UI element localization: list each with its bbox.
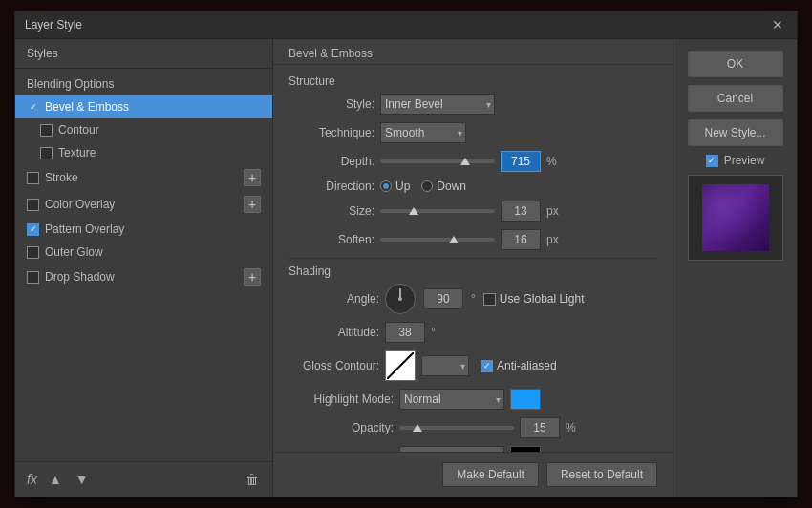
direction-down-radio[interactable] — [421, 180, 433, 192]
use-global-light-text: Use Global Light — [500, 292, 585, 306]
soften-input[interactable] — [501, 229, 541, 250]
move-up-button[interactable]: ▲ — [47, 470, 64, 489]
highlight-opacity-slider-track[interactable] — [399, 426, 514, 430]
highlight-opacity-row: Opacity: % — [288, 417, 657, 438]
direction-row: Direction: Up Down — [288, 180, 657, 193]
texture-label: Texture — [58, 146, 96, 159]
bottom-buttons: Make Default Reset to Default — [273, 452, 673, 497]
bevel-emboss-label: Bevel & Emboss — [45, 100, 129, 114]
bevel-emboss-checkbox[interactable] — [27, 101, 39, 114]
angle-unit: ° — [471, 292, 476, 306]
altitude-input[interactable] — [385, 322, 425, 343]
color-overlay-checkbox[interactable] — [27, 199, 39, 211]
preview-text: Preview — [724, 154, 765, 167]
color-overlay-add-button[interactable]: + — [244, 196, 261, 213]
angle-input[interactable] — [423, 288, 463, 309]
size-input[interactable] — [501, 201, 541, 222]
size-slider-container: px — [380, 201, 559, 222]
highlight-color-swatch[interactable] — [510, 389, 541, 410]
style-row: Style: Inner Bevel Outer Bevel Emboss Pi… — [288, 94, 657, 115]
sidebar-item-contour[interactable]: Contour — [15, 118, 272, 141]
sidebar-item-drop-shadow-row: Drop Shadow + — [15, 264, 272, 290]
blending-options-label: Blending Options — [27, 77, 114, 91]
style-field-label: Style: — [288, 97, 374, 111]
direction-down-label: Down — [437, 180, 466, 193]
content-area: Structure Style: Inner Bevel Outer Bevel… — [273, 65, 673, 452]
reset-to-default-button[interactable]: Reset to Default — [546, 462, 657, 487]
size-unit: px — [546, 204, 559, 218]
soften-slider-track[interactable] — [380, 238, 495, 242]
soften-slider-thumb[interactable] — [449, 236, 459, 243]
pattern-overlay-checkbox[interactable] — [27, 223, 39, 236]
delete-button[interactable]: 🗑 — [244, 470, 261, 489]
drop-shadow-checkbox[interactable] — [27, 271, 39, 284]
outer-glow-label: Outer Glow — [45, 245, 103, 259]
drop-shadow-add-button[interactable]: + — [244, 268, 261, 286]
stroke-add-button[interactable]: + — [244, 169, 261, 186]
highlight-opacity-thumb[interactable] — [413, 424, 422, 432]
styles-list: Blending Options Bevel & Emboss Contour … — [15, 69, 272, 461]
move-down-button[interactable]: ▼ — [74, 470, 91, 489]
preview-checkbox[interactable] — [706, 155, 718, 167]
depth-slider-thumb[interactable] — [460, 158, 470, 165]
texture-checkbox[interactable] — [40, 147, 53, 159]
direction-field-label: Direction: — [288, 180, 374, 193]
highlight-mode-select[interactable]: Normal Screen Multiply — [399, 389, 504, 410]
angle-dial[interactable] — [385, 284, 416, 314]
contour-select-wrapper — [421, 355, 469, 376]
anti-aliased-checkbox[interactable] — [481, 360, 493, 372]
altitude-unit: ° — [431, 326, 436, 339]
size-slider-thumb[interactable] — [409, 207, 418, 215]
technique-select[interactable]: Smooth Chisel Hard Chisel Soft — [380, 122, 466, 143]
soften-field-label: Soften: — [288, 233, 374, 246]
contour-checkbox[interactable] — [40, 124, 53, 137]
make-default-button[interactable]: Make Default — [442, 462, 539, 487]
ok-button[interactable]: OK — [688, 51, 783, 77]
fx-icon: fx — [27, 472, 37, 487]
sidebar-item-pattern-overlay[interactable]: Pattern Overlay — [15, 218, 272, 241]
right-panel: OK Cancel New Style... Preview — [673, 39, 797, 497]
left-panel-footer: fx ▲ ▼ 🗑 — [15, 461, 272, 497]
direction-down-item[interactable]: Down — [421, 180, 466, 193]
altitude-field-label: Altitude: — [288, 326, 379, 339]
use-global-light-label[interactable]: Use Global Light — [483, 292, 585, 306]
layer-style-dialog: Layer Style ✕ Styles Blending Options Be… — [14, 11, 798, 497]
use-global-light-checkbox[interactable] — [483, 293, 496, 306]
size-slider-track[interactable] — [380, 209, 495, 213]
sidebar-item-stroke[interactable]: Stroke — [27, 171, 244, 184]
depth-slider-track[interactable] — [380, 159, 495, 163]
sidebar-item-texture[interactable]: Texture — [15, 141, 272, 164]
sidebar-item-bevel-emboss[interactable]: Bevel & Emboss — [15, 95, 272, 118]
contour-label: Contour — [58, 123, 99, 137]
technique-row: Technique: Smooth Chisel Hard Chisel Sof… — [288, 122, 657, 143]
sidebar-item-drop-shadow[interactable]: Drop Shadow — [27, 270, 244, 284]
shadow-mode-select[interactable]: Linear Burn Multiply Normal — [399, 446, 504, 452]
sidebar-item-outer-glow[interactable]: Outer Glow — [15, 241, 272, 264]
highlight-mode-row: Highlight Mode: Normal Screen Multiply — [288, 389, 657, 410]
highlight-opacity-input[interactable] — [520, 417, 560, 438]
sidebar-item-color-overlay[interactable]: Color Overlay — [27, 198, 244, 211]
close-button[interactable]: ✕ — [768, 17, 787, 32]
structure-label: Structure — [288, 74, 657, 88]
sidebar-item-stroke-row: Stroke + — [15, 164, 272, 191]
depth-input[interactable] — [501, 151, 541, 172]
direction-up-radio[interactable] — [380, 180, 392, 192]
divider-1 — [288, 258, 657, 259]
contour-select[interactable] — [421, 355, 469, 376]
cancel-button[interactable]: Cancel — [688, 85, 783, 112]
style-select-wrapper: Inner Bevel Outer Bevel Emboss Pillow Em… — [380, 94, 495, 115]
highlight-opacity-slider-container: % — [399, 417, 576, 438]
preview-label-row: Preview — [683, 154, 787, 167]
depth-row: Depth: % — [288, 151, 657, 172]
new-style-button[interactable]: New Style... — [688, 119, 783, 146]
direction-up-item[interactable]: Up — [380, 180, 410, 193]
style-select[interactable]: Inner Bevel Outer Bevel Emboss Pillow Em… — [380, 94, 495, 115]
sidebar-item-blending-options[interactable]: Blending Options — [15, 73, 272, 95]
depth-unit: % — [546, 155, 557, 168]
preview-image — [702, 184, 769, 251]
gloss-contour-preview[interactable] — [385, 350, 416, 381]
outer-glow-checkbox[interactable] — [27, 246, 39, 259]
section-title: Bevel & Emboss — [273, 39, 673, 65]
stroke-checkbox[interactable] — [27, 172, 39, 184]
anti-aliased-label[interactable]: Anti-aliased — [481, 359, 557, 372]
